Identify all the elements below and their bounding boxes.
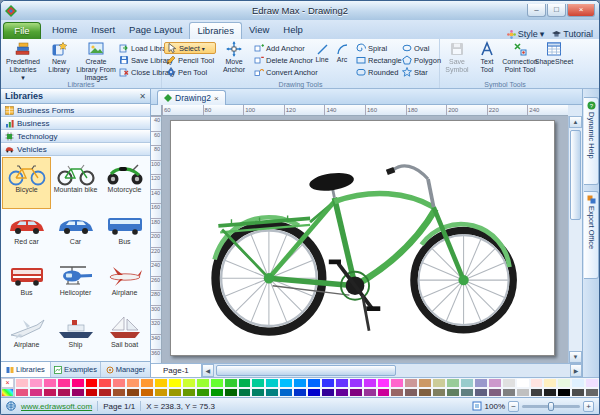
palette-color-swatch[interactable]: [210, 378, 224, 388]
palette-color-swatch[interactable]: [126, 378, 140, 388]
palette-color-swatch[interactable]: [516, 388, 530, 398]
palette-color-swatch[interactable]: [112, 378, 126, 388]
document-tab-drawing2[interactable]: Drawing2 ×: [157, 90, 226, 105]
tutorial-link[interactable]: Tutorial: [552, 29, 593, 39]
palette-color-swatch[interactable]: [251, 388, 265, 398]
oval-tool-button[interactable]: Oval: [400, 42, 438, 54]
palette-color-swatch[interactable]: [557, 388, 571, 398]
palette-color-swatch[interactable]: [15, 388, 29, 398]
palette-color-swatch[interactable]: [390, 388, 404, 398]
vertical-scroll-thumb[interactable]: [570, 130, 581, 220]
no-fill-icon[interactable]: ×: [1, 378, 14, 388]
palette-color-swatch[interactable]: [293, 388, 307, 398]
palette-color-swatch[interactable]: [140, 378, 154, 388]
pencil-tool-button[interactable]: Pencil Tool: [164, 54, 216, 66]
bicycle-drawing[interactable]: [171, 121, 554, 355]
convert-anchor-button[interactable]: Convert Anchor: [252, 66, 310, 78]
palette-color-swatch[interactable]: [432, 378, 446, 388]
tab-insert[interactable]: Insert: [84, 22, 122, 39]
palette-color-swatch[interactable]: [530, 388, 544, 398]
palette-color-swatch[interactable]: [57, 388, 71, 398]
palette-color-swatch[interactable]: [43, 378, 57, 388]
tab-libraries[interactable]: Libraries: [189, 22, 241, 39]
palette-color-swatch[interactable]: [349, 388, 363, 398]
palette-color-swatch[interactable]: [377, 378, 391, 388]
palette-color-swatch[interactable]: [446, 378, 460, 388]
library-thumbnail-bus-red[interactable]: Bus: [2, 260, 51, 312]
palette-color-swatch[interactable]: [196, 378, 210, 388]
palette-color-swatch[interactable]: [71, 388, 85, 398]
export-office-tab[interactable]: Export Office: [584, 191, 599, 279]
palette-color-swatch[interactable]: [182, 388, 196, 398]
save-library-button[interactable]: Save Library: [117, 54, 161, 66]
palette-color-swatch[interactable]: [363, 388, 377, 398]
palette-color-swatch[interactable]: [335, 378, 349, 388]
palette-color-swatch[interactable]: [488, 378, 502, 388]
category-technology[interactable]: Technology: [1, 130, 150, 143]
library-thumbnail-bicycle[interactable]: Bicycle: [2, 157, 51, 209]
palette-color-swatch[interactable]: [543, 388, 557, 398]
palette-color-swatch[interactable]: [71, 378, 85, 388]
canvas-viewport[interactable]: [162, 116, 568, 363]
palette-color-swatch[interactable]: [238, 378, 252, 388]
palette-color-swatch[interactable]: [154, 388, 168, 398]
fit-page-icon[interactable]: [472, 401, 482, 411]
palette-color-swatch[interactable]: [112, 388, 126, 398]
vertical-scrollbar[interactable]: ▲ ▼: [568, 116, 582, 363]
palette-color-swatch[interactable]: [585, 378, 599, 388]
palette-color-swatch[interactable]: [349, 378, 363, 388]
save-symbol-button[interactable]: Save Symbol: [442, 41, 472, 74]
palette-color-swatch[interactable]: [502, 378, 516, 388]
maximize-button[interactable]: □: [547, 4, 566, 17]
rectangle-tool-button[interactable]: Rectangle: [354, 54, 398, 66]
palette-color-swatch[interactable]: [15, 378, 29, 388]
palette-color-swatch[interactable]: [85, 388, 99, 398]
load-library-button[interactable]: Load Library: [117, 42, 161, 54]
palette-color-swatch[interactable]: [196, 388, 210, 398]
palette-color-swatch[interactable]: [516, 378, 530, 388]
select-tool-button[interactable]: Select ▾: [164, 42, 216, 54]
library-thumbnail-ship[interactable]: Ship: [51, 312, 100, 364]
close-library-button[interactable]: Close Library: [117, 66, 161, 78]
palette-color-swatch[interactable]: [446, 388, 460, 398]
palette-color-swatch[interactable]: [432, 388, 446, 398]
panel-tab-libraries[interactable]: Libraries: [1, 362, 51, 377]
palette-color-swatch[interactable]: [307, 378, 321, 388]
tab-page-layout[interactable]: Page Layout: [122, 22, 189, 39]
palette-color-swatch[interactable]: [474, 388, 488, 398]
palette-color-swatch[interactable]: [85, 378, 99, 388]
pen-tool-button[interactable]: Pen Tool: [164, 66, 216, 78]
palette-color-swatch[interactable]: [307, 388, 321, 398]
document-close-icon[interactable]: ×: [214, 94, 219, 103]
palette-color-swatch[interactable]: [293, 378, 307, 388]
drawing-page[interactable]: [170, 120, 555, 356]
page-tab[interactable]: Page-1: [151, 364, 202, 377]
palette-color-swatch[interactable]: [571, 378, 585, 388]
library-thumbnail-bus[interactable]: Bus: [100, 209, 149, 261]
palette-color-swatch[interactable]: [585, 388, 599, 398]
palette-color-swatch[interactable]: [502, 388, 516, 398]
horizontal-scrollbar[interactable]: ◀ ▶: [202, 364, 582, 377]
palette-color-swatch[interactable]: [29, 378, 43, 388]
palette-color-swatch[interactable]: [404, 378, 418, 388]
palette-color-swatch[interactable]: [363, 378, 377, 388]
palette-color-swatch[interactable]: [168, 388, 182, 398]
palette-color-swatch[interactable]: [418, 378, 432, 388]
palette-color-swatch[interactable]: [488, 388, 502, 398]
library-thumbnail-helicopter[interactable]: Helicopter: [51, 260, 100, 312]
palette-color-swatch[interactable]: [251, 378, 265, 388]
scroll-up-icon[interactable]: ▲: [569, 116, 582, 128]
tab-home[interactable]: Home: [45, 22, 84, 39]
horizontal-scroll-thumb[interactable]: [216, 365, 396, 376]
close-button[interactable]: ×: [567, 4, 595, 17]
tab-help[interactable]: Help: [276, 22, 310, 39]
palette-color-swatch[interactable]: [571, 388, 585, 398]
palette-color-swatch[interactable]: [418, 388, 432, 398]
star-tool-button[interactable]: Star: [400, 66, 438, 78]
palette-color-swatch[interactable]: [335, 388, 349, 398]
library-thumbnail-sail-boat[interactable]: Sail boat: [100, 312, 149, 364]
palette-color-swatch[interactable]: [265, 388, 279, 398]
library-thumbnail-car[interactable]: Car: [51, 209, 100, 261]
palette-color-swatch[interactable]: [460, 378, 474, 388]
palette-color-swatch[interactable]: [474, 378, 488, 388]
